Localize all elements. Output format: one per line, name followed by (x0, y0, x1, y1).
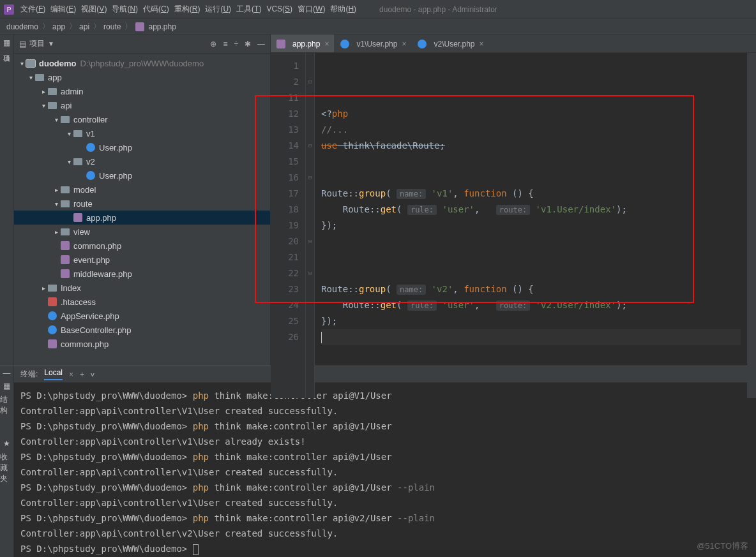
file-icon (60, 227, 70, 237)
tree-item-commonphp[interactable]: common.php (14, 337, 270, 351)
locate-icon[interactable]: ⊕ (210, 40, 216, 48)
file-icon (47, 100, 57, 110)
file-icon (60, 255, 70, 265)
tree-item-api[interactable]: ▾api (14, 98, 270, 112)
tree-item-commonphp[interactable]: common.php (14, 239, 270, 253)
code-content[interactable]: <?php//...use think\facade\Route;Route::… (315, 53, 747, 398)
menu-item[interactable]: VCS(S) (266, 4, 292, 13)
tree-item-appphp[interactable]: app.php (14, 211, 270, 225)
code-line[interactable]: }); (321, 313, 741, 329)
tree-item-admin[interactable]: ▸admin (14, 84, 270, 98)
menu-item[interactable]: 编辑(E) (50, 4, 76, 13)
breadcrumbs: duodemo〉app〉api〉route〉app.php (0, 19, 756, 34)
breadcrumb-item[interactable]: route (103, 22, 121, 31)
code-line[interactable]: <?php (321, 106, 741, 122)
tree-item-v1[interactable]: ▾v1 (14, 126, 270, 140)
scrollbar[interactable] (747, 53, 756, 398)
terminal-dropdown-icon[interactable]: ⅴ (91, 371, 94, 378)
tree-item-eventphp[interactable]: event.php (14, 253, 270, 267)
file-icon (86, 142, 96, 152)
terminal-cursor (193, 544, 199, 555)
structure-rail-label[interactable]: 结构 (0, 394, 13, 416)
project-dropdown-icon[interactable]: ▤ (19, 40, 26, 48)
tree-item-AppServicephp[interactable]: AppService.php (14, 309, 270, 323)
tree-item-route[interactable]: ▾route (14, 197, 270, 211)
breadcrumb-item[interactable]: app.php (148, 22, 176, 31)
code-line[interactable] (321, 249, 741, 265)
tab-label: v2\User.php (434, 40, 474, 48)
menu-item[interactable]: 帮助(H) (330, 4, 356, 13)
gear-icon[interactable]: ✱ (245, 40, 251, 48)
menu-item[interactable]: 重构(R) (174, 4, 200, 13)
project-rail-icon[interactable]: ▦ (3, 38, 10, 47)
terminal-tab-close-icon[interactable]: × (69, 370, 73, 379)
code-area[interactable]: 1211121314151617181920212223242526 ⊟⊟⊟⊟⊟… (271, 53, 756, 398)
menu-item[interactable]: 窗口(W) (298, 4, 325, 13)
hide-icon[interactable]: — (257, 40, 265, 48)
editor-tab[interactable]: app.php× (271, 34, 334, 52)
menu-item[interactable]: 文件(F) (20, 4, 45, 13)
menu-item[interactable]: 代码(C) (143, 4, 169, 13)
close-icon[interactable]: × (480, 40, 484, 48)
terminal-line: PS D:\phpstudy_pro\WWW\duodemo> php thin… (20, 510, 750, 526)
tree-item-v2[interactable]: ▾v2 (14, 154, 270, 168)
code-line[interactable]: use think\facade\Route; (321, 138, 741, 154)
collapse-icon[interactable]: ÷ (234, 40, 238, 48)
code-line[interactable] (321, 154, 741, 170)
menu-item[interactable]: 运行(U) (205, 4, 231, 13)
menu-item[interactable]: 视图(V) (81, 4, 107, 13)
code-line[interactable] (321, 170, 741, 186)
breadcrumb-item[interactable]: app (52, 22, 65, 31)
close-icon[interactable]: × (324, 40, 329, 48)
menu-item[interactable]: 导航(N) (112, 4, 138, 13)
close-icon[interactable]: × (402, 40, 406, 48)
code-line[interactable]: Route::group( name: 'v1', function () { (321, 186, 741, 202)
terminal-line: Controller:app\api\controller\v1\User cr… (20, 464, 750, 480)
expand-icon[interactable]: ≡ (223, 40, 227, 48)
file-icon (47, 325, 57, 335)
project-tree[interactable]: ▾duodemoD:\phpstudy_pro\WWW\duodemo▾app▸… (14, 54, 270, 366)
code-line[interactable]: Route::group( name: 'v2', function () { (321, 281, 741, 297)
tree-item-Userphp[interactable]: User.php (14, 140, 270, 154)
terminal-output[interactable]: PS D:\phpstudy_pro\WWW\duodemo> php thin… (14, 383, 756, 557)
code-line[interactable] (321, 234, 741, 249)
window-title: duodemo - app.php - Administrator (379, 5, 497, 14)
file-icon (47, 311, 57, 321)
code-line[interactable] (321, 377, 741, 393)
terminal-add-icon[interactable]: + (80, 370, 84, 379)
tree-item-app[interactable]: ▾app (14, 70, 270, 84)
code-line[interactable] (321, 345, 741, 361)
code-line[interactable]: //... (321, 122, 741, 138)
code-line[interactable]: }); (321, 218, 741, 234)
terminal-tab[interactable]: Local (44, 368, 63, 380)
tree-root[interactable]: ▾duodemoD:\phpstudy_pro\WWW\duodemo (14, 56, 270, 70)
menu-item[interactable]: 工具(T) (236, 4, 261, 13)
breadcrumb-item[interactable]: api (79, 22, 89, 31)
fav-rail-icon[interactable]: ★ (3, 439, 10, 448)
code-line[interactable]: Route::get( rule: 'user', route: 'v2.Use… (321, 297, 741, 313)
fav-rail-label[interactable]: 收藏夹 (0, 452, 13, 484)
project-label[interactable]: 项目 (29, 38, 45, 49)
structure-rail-icon[interactable]: ▦ (3, 382, 10, 390)
tree-item-model[interactable]: ▸model (14, 182, 270, 197)
dropdown-icon[interactable]: ▼ (48, 40, 54, 47)
code-line[interactable] (321, 361, 741, 377)
app-logo-icon: P (4, 4, 14, 15)
fold-gutter[interactable]: ⊟⊟⊟⊟⊟ (306, 53, 315, 398)
tree-item-Index[interactable]: ▸Index (14, 281, 270, 295)
breadcrumb-item[interactable]: duodemo (6, 22, 38, 31)
file-icon (47, 339, 57, 349)
tree-item-htaccess[interactable]: .htaccess (14, 295, 270, 309)
editor-tab[interactable]: v2\User.php× (412, 34, 488, 52)
code-line[interactable]: Route::get( rule: 'user', route: 'v1.Use… (321, 202, 741, 218)
tree-item-BaseControllerphp[interactable]: BaseController.php (14, 323, 270, 337)
tree-item-controller[interactable]: ▾controller (14, 112, 270, 126)
code-line[interactable] (321, 329, 741, 345)
terminal-min-icon[interactable]: — (3, 369, 11, 378)
tree-item-middlewarephp[interactable]: middleware.php (14, 267, 270, 281)
code-line[interactable] (321, 265, 741, 281)
tree-item-Userphp[interactable]: User.php (14, 168, 270, 182)
editor-tab[interactable]: v1\User.php× (335, 34, 411, 52)
file-icon (34, 72, 45, 82)
tree-item-view[interactable]: ▸view (14, 225, 270, 239)
